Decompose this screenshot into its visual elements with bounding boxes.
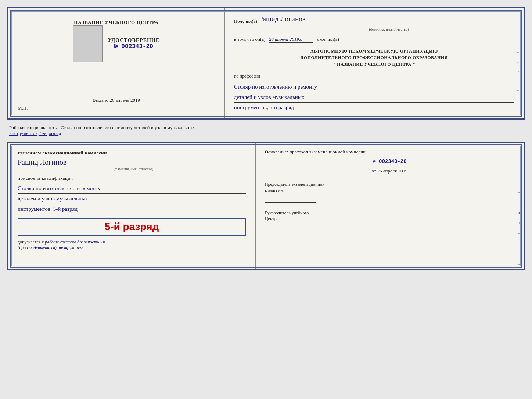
pred-signature-block: Председатель экзаменационной комиссии: [265, 181, 514, 203]
profession-line2: деталей и узлов музыкальных: [234, 92, 514, 103]
razryad-box: 5-й разряд: [18, 218, 246, 236]
bottom-recipient-name: Рашид Логинов: [18, 158, 66, 167]
ruk-signature-block: Руководитель учебного Центра: [265, 210, 514, 231]
ot-date: от 26 апреля 2019: [265, 168, 514, 174]
right-dashes-bottom: – – – и ,а ← – – –: [518, 179, 522, 266]
po-professii-label: по профессии: [234, 74, 514, 79]
pred-title: Председатель экзаменационной комиссии: [265, 181, 514, 194]
qual-line3: инструментов, 5-й разряд: [18, 204, 246, 214]
right-dashes-top: – – – и ,а ← –: [517, 31, 521, 92]
bottom-fio-label: (фамилия, имя, отчество): [21, 167, 246, 171]
top-right-panel: Получил(а) Рашид Логинов – (фамилия, имя…: [225, 8, 524, 118]
resheniem-text: Решением экзаменационной комиссии: [18, 150, 246, 156]
profession-block-top: Столяр по изготовлению и ремонту деталей…: [234, 82, 514, 113]
dopuskaetsya-text2: (производственным) инструкциям: [18, 245, 83, 251]
udostoverenie-number: № 002343-20: [108, 43, 159, 50]
udostoverenie-title: УДОСТОВЕРЕНИЕ: [108, 38, 159, 43]
udostoverenie-block: УДОСТОВЕРЕНИЕ № 002343-20: [108, 38, 159, 50]
qualification-block: Столяр по изготовлению и ремонту деталей…: [18, 184, 246, 214]
qual-line2: деталей и узлов музыкальных: [18, 194, 246, 204]
vtom-date: 26 апреля 2019г.: [269, 36, 313, 43]
middle-block: УДОСТОВЕРЕНИЕ № 002343-20: [18, 25, 215, 62]
top-left-panel: НАЗВАНИЕ УЧЕБНОГО ЦЕНТРА УДОСТОВЕРЕНИЕ №…: [8, 8, 225, 118]
avt-block: АВТОНОМНУЮ НЕКОММЕРЧЕСКУЮ ОРГАНИЗАЦИЮ ДО…: [234, 48, 514, 68]
profession-line3: инструментов, 5-й разряд: [234, 103, 514, 113]
fio-label-top: (фамилия, имя, отчество): [263, 27, 514, 31]
osnov-text: Основание: протокол экзаменационной коми…: [265, 149, 514, 155]
divider-left: [18, 65, 215, 65]
recipient-name: Рашид Логинов: [259, 15, 306, 24]
specialty-text: Рабочая специальность - Столяр по изгото…: [9, 122, 525, 139]
top-document: НАЗВАНИЕ УЧЕБНОГО ЦЕНТРА УДОСТОВЕРЕНИЕ №…: [7, 7, 525, 120]
prisvoena-label: присвоена квалификация: [18, 175, 246, 181]
photo-placeholder: [73, 25, 103, 62]
specialty-underline: инструментов, 5-й разряд: [9, 131, 61, 136]
vydano-line: Выдано 26 апреля 2019: [93, 97, 140, 103]
qual-line1: Столяр по изготовлению и ремонту: [18, 184, 246, 194]
dopuskaetsya-block: допускается к работе согласно должностны…: [18, 239, 246, 251]
bottom-right-panel: Основание: протокол экзаменационной коми…: [256, 143, 524, 269]
profession-line1: Столяр по изготовлению и ремонту: [234, 82, 514, 92]
recipient-line: Получил(а) Рашид Логинов –: [234, 15, 514, 24]
dopuskaetsya-text1: работе согласно должностным: [45, 239, 105, 245]
pred-signature-line: [265, 195, 316, 203]
page-wrapper: НАЗВАНИЕ УЧЕБНОГО ЦЕНТРА УДОСТОВЕРЕНИЕ №…: [7, 7, 525, 270]
center-name-top: НАЗВАНИЕ УЧЕБНОГО ЦЕНТРА: [74, 19, 159, 25]
protocol-number: № 002343-20: [265, 158, 514, 164]
razryad-big: 5-й разряд: [22, 221, 241, 233]
vtom-line: в том, что он(а) 26 апреля 2019г. окончи…: [234, 36, 514, 43]
mp-line: М.П.: [18, 105, 28, 111]
ruk-signature-line: [265, 224, 316, 231]
bottom-left-panel: Решением экзаменационной комиссии Рашид …: [8, 143, 256, 269]
bottom-document: Решением экзаменационной комиссии Рашид …: [7, 142, 525, 270]
bottom-name-block: Рашид Логинов (фамилия, имя, отчество): [18, 158, 246, 171]
ruk-title: Руководитель учебного Центра: [265, 210, 514, 222]
